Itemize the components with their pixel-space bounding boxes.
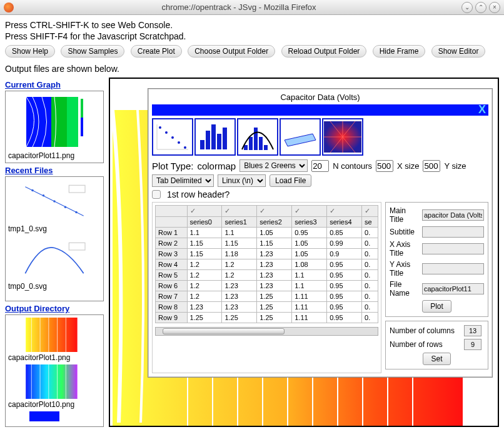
reload-output-button[interactable]: Reload Output Folder [281,45,367,58]
svg-point-12 [75,211,78,214]
overlay-close-icon[interactable]: X [478,103,486,116]
show-samples-button[interactable]: Show Samples [61,45,124,58]
maintitle-label: Main Title [390,206,420,224]
svg-rect-27 [206,131,210,149]
load-file-button[interactable]: Load File [270,174,311,187]
current-graph-filename: capacitorPlot11.png [8,151,101,160]
minimize-button[interactable]: ⌄ [461,2,473,13]
svg-rect-2 [51,97,67,147]
svg-rect-35 [264,145,268,150]
svg-rect-29 [217,134,221,149]
outdir-thumb-2[interactable] [8,411,101,421]
lineend-select[interactable]: Linux (\n) [218,174,266,187]
ysize-label: Y size [444,161,466,171]
current-graph-thumb[interactable] [8,94,101,150]
svg-rect-4 [81,99,83,118]
outdir-file-1: capacitorPlot10.png [8,400,101,409]
rows-input[interactable] [464,339,481,350]
firefox-icon [4,3,14,13]
console-hint: Press CTRL-SHIFT-K to see Web Console. [5,20,499,30]
yaxis-label: Y Axis Title [390,260,420,278]
delimiter-select[interactable]: Tab Delimited [152,174,214,187]
svg-rect-30 [223,128,227,149]
svg-rect-14 [18,237,91,281]
rows-label: Number of rows [390,340,461,349]
subtitle-input[interactable] [422,226,484,238]
plot-type-label: Plot Type: [152,161,193,171]
current-graph-header: Current Graph [5,80,104,89]
svg-rect-5 [81,118,83,136]
output-dir-panel[interactable]: capacitorPlot1.png capacitorPlot10.png [5,314,104,427]
svg-point-11 [64,206,67,209]
data-overlay: Capacitor Data (Volts) X Plot Type: colo… [148,88,493,378]
svg-point-10 [53,200,56,203]
svg-rect-17 [26,364,78,399]
svg-point-8 [31,189,34,192]
svg-point-9 [43,194,45,197]
outdir-thumb-0[interactable] [8,318,101,352]
hide-frame-button[interactable]: Hide Frame [373,45,426,58]
plot-type-icons [152,118,488,156]
ncontours-input[interactable] [311,160,329,172]
recent-file-1: tmp0_0.svg [8,282,101,291]
xsize-input[interactable] [376,160,393,172]
filename-input[interactable] [422,283,484,294]
set-button[interactable]: Set [423,353,450,365]
subtitle-label: Subtitle [390,228,420,236]
recent-files-panel[interactable]: tmp1_0.svg tmp0_0.svg [5,176,104,301]
maximize-button[interactable]: ⌃ [475,2,486,13]
xaxis-label: X Axis Title [390,240,420,258]
recent-thumb-1[interactable] [8,237,101,281]
xaxis-input[interactable] [422,243,484,254]
svg-rect-33 [254,128,258,150]
output-dir-header: Output Directory [5,304,104,313]
close-button[interactable]: × [489,2,500,13]
outdir-file-0: capacitorPlot1.png [8,353,101,362]
filename-label: File Name [390,280,420,298]
show-editor-button[interactable]: Show Editor [431,45,486,58]
bar-icon[interactable] [194,118,236,156]
grid-scrollbar[interactable] [155,327,378,336]
window-titlebar: chrome://opentrack - JSvg - Mozilla Fire… [0,0,504,15]
svg-rect-26 [200,140,204,149]
plot-type-value: colormap [197,161,236,171]
main-canvas: Capacitor Data (Volts) X Plot Type: colo… [109,78,499,427]
svg-point-22 [165,131,168,134]
maintitle-input[interactable] [422,209,484,221]
cols-input[interactable] [464,325,481,336]
firstrow-checkbox[interactable] [152,190,161,199]
output-message: Output files are shown below. [5,64,499,74]
plot-button[interactable]: Plot [422,300,451,313]
dimensions-box: Number of columns Number of rows Set [385,321,488,369]
toolbar: Show Help Show Samples Create Plot Choos… [5,45,499,58]
svg-point-25 [184,146,186,149]
data-grid[interactable]: ✓✓✓✓✓✓series0series1series2series3series… [155,205,378,323]
overlay-title: Capacitor Data (Volts) [152,93,488,102]
svg-rect-32 [249,137,253,150]
svg-point-23 [171,136,174,139]
histogram-icon[interactable] [237,118,278,156]
plot-properties: Main Title Subtitle X Axis Title Y Axis … [385,202,488,317]
svg-rect-18 [29,411,59,421]
current-graph-panel: capacitorPlot11.png [5,91,104,163]
colormap-select[interactable]: Blues 2 Greens [239,159,308,172]
outdir-thumb-1[interactable] [8,364,101,399]
surface-icon[interactable] [280,118,321,156]
cols-label: Number of columns [390,326,461,335]
ysize-input[interactable] [423,160,440,172]
svg-point-21 [159,126,161,129]
data-grid-area: ✓✓✓✓✓✓series0series1series2series3series… [152,202,381,373]
colormap-icon[interactable] [322,118,363,156]
recent-file-0: tmp1_0.svg [8,224,101,233]
svg-rect-19 [59,411,74,421]
scatter-icon[interactable] [152,118,193,156]
overlay-titlebar[interactable]: X [152,104,488,116]
recent-thumb-0[interactable] [8,179,101,223]
create-plot-button[interactable]: Create Plot [131,45,182,58]
yaxis-input[interactable] [422,263,484,274]
svg-point-24 [178,141,180,144]
choose-output-button[interactable]: Choose Output Folder [188,45,275,58]
show-help-button[interactable]: Show Help [5,45,55,58]
window-title: chrome://opentrack - JSvg - Mozilla Fire… [19,3,459,12]
ncontours-label: N contours [333,161,372,171]
